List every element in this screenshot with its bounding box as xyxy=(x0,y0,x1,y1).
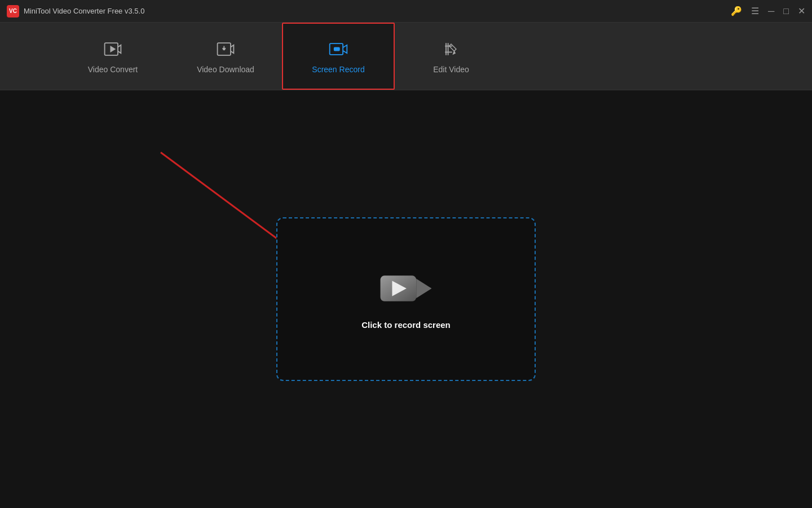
window-controls: 🔑 ☰ ─ □ ✕ xyxy=(731,7,805,16)
nav-item-video-convert[interactable]: Video Convert xyxy=(56,23,169,90)
nav-item-video-download[interactable]: Video Download xyxy=(169,23,282,90)
nav-item-screen-record[interactable]: Screen Record xyxy=(282,23,395,90)
svg-marker-9 xyxy=(416,279,431,299)
maximize-icon[interactable]: □ xyxy=(783,7,789,16)
record-box[interactable]: Click to record screen xyxy=(276,217,536,381)
app-logo: VC xyxy=(7,5,19,17)
record-box-label: Click to record screen xyxy=(361,320,451,330)
edit-video-icon xyxy=(441,39,461,59)
app-title: MiniTool Video Converter Free v3.5.0 xyxy=(24,7,144,15)
title-bar: VC MiniTool Video Converter Free v3.5.0 … xyxy=(0,0,812,23)
nav-label-screen-record: Screen Record xyxy=(312,65,364,74)
title-bar-left: VC MiniTool Video Converter Free v3.5.0 xyxy=(7,5,144,17)
video-download-icon xyxy=(215,39,236,59)
video-convert-icon xyxy=(103,39,123,59)
nav-label-video-convert: Video Convert xyxy=(88,65,138,74)
key-icon[interactable]: 🔑 xyxy=(731,7,742,16)
close-icon[interactable]: ✕ xyxy=(798,7,805,16)
minimize-icon[interactable]: ─ xyxy=(768,7,774,16)
nav-label-edit-video: Edit Video xyxy=(433,65,469,74)
navigation-bar: Video Convert Video Download Screen Reco… xyxy=(0,23,812,90)
svg-rect-4 xyxy=(334,47,339,50)
nav-label-video-download: Video Download xyxy=(197,65,254,74)
menu-icon[interactable]: ☰ xyxy=(751,7,759,16)
camera-record-icon xyxy=(378,269,434,309)
camera-icon-svg xyxy=(378,268,434,310)
screen-record-icon xyxy=(328,39,348,59)
nav-item-edit-video[interactable]: Edit Video xyxy=(395,23,508,90)
content-area: Click to record screen xyxy=(0,90,812,508)
